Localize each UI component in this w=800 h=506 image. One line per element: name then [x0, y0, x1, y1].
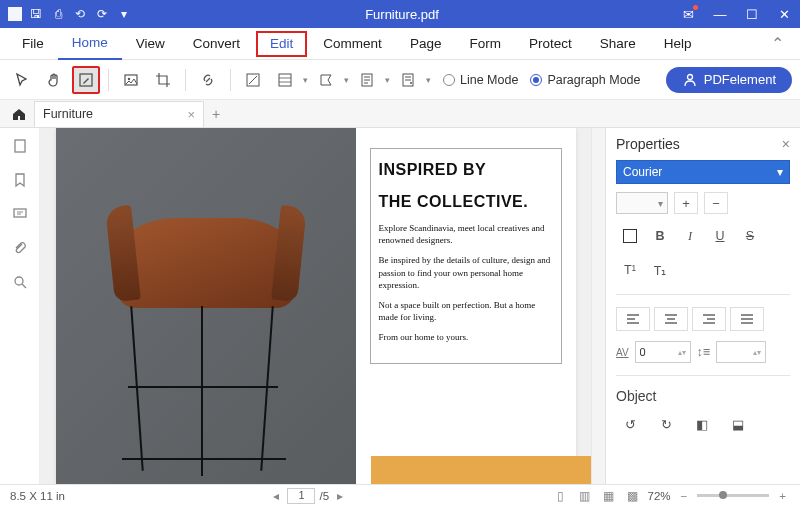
select-tool-icon[interactable] [8, 66, 36, 94]
header-footer-icon[interactable] [312, 66, 340, 94]
thumbnail-view-icon[interactable]: ▩ [624, 488, 642, 504]
superscript-button[interactable]: T¹ [616, 258, 644, 282]
next-page-icon[interactable]: ▸ [333, 489, 347, 503]
app-logo-icon [8, 7, 22, 21]
dropdown-icon[interactable]: ▾ [385, 75, 390, 85]
undo-icon[interactable]: ⟲ [72, 6, 88, 22]
qat-dropdown-icon[interactable]: ▾ [116, 6, 132, 22]
edit-toolbar: ▾ ▾ ▾ ▾ Line Mode Paragraph Mode PDFelem… [0, 60, 800, 100]
menu-home[interactable]: Home [58, 28, 122, 60]
font-color-button[interactable] [616, 224, 644, 248]
svg-point-8 [687, 74, 692, 79]
menu-form[interactable]: Form [455, 28, 515, 60]
home-tab-icon[interactable] [8, 103, 30, 125]
italic-button[interactable]: I [676, 224, 704, 248]
add-image-icon[interactable] [117, 66, 145, 94]
more-icon[interactable] [394, 66, 422, 94]
mail-icon[interactable]: ✉ [672, 0, 704, 28]
vertical-scrollbar[interactable] [591, 128, 605, 484]
status-bar: 8.5 X 11 in ◂ 1 /5 ▸ ▯ ▥ ▦ ▩ 72% − + [0, 484, 800, 506]
line-mode-radio[interactable]: Line Mode [443, 73, 518, 87]
dropdown-icon[interactable]: ▾ [426, 75, 431, 85]
letter-spacing-label: AV [616, 347, 629, 358]
paragraph: Be inspired by the details of culture, d… [379, 254, 553, 290]
watermark-icon[interactable] [239, 66, 267, 94]
menu-comment[interactable]: Comment [309, 28, 396, 60]
zoom-slider[interactable] [697, 494, 769, 497]
redo-icon[interactable]: ⟳ [94, 6, 110, 22]
paragraph: Not a space built on perfection. But a h… [379, 299, 553, 323]
prev-page-icon[interactable]: ◂ [269, 489, 283, 503]
paragraph-mode-radio[interactable]: Paragraph Mode [530, 73, 640, 87]
two-page-view-icon[interactable]: ▦ [600, 488, 618, 504]
minimize-button[interactable]: — [704, 0, 736, 28]
menu-protect[interactable]: Protect [515, 28, 586, 60]
menu-file[interactable]: File [8, 28, 58, 60]
align-left-button[interactable] [616, 307, 650, 331]
font-size-select[interactable]: ▾ [616, 192, 668, 214]
search-icon[interactable] [10, 272, 30, 292]
add-tab-icon[interactable]: + [212, 106, 220, 122]
menu-edit[interactable]: Edit [256, 31, 307, 57]
font-family-select[interactable]: Courier▾ [616, 160, 790, 184]
hand-tool-icon[interactable] [40, 66, 68, 94]
rotate-left-icon[interactable]: ↺ [616, 412, 644, 436]
strikethrough-button[interactable]: S [736, 224, 764, 248]
continuous-view-icon[interactable]: ▥ [576, 488, 594, 504]
bookmarks-icon[interactable] [10, 170, 30, 190]
single-page-view-icon[interactable]: ▯ [552, 488, 570, 504]
decrease-font-button[interactable]: − [704, 192, 728, 214]
title-bar: 🖫 ⎙ ⟲ ⟳ ▾ Furniture.pdf ✉ — ☐ ✕ [0, 0, 800, 28]
pdfelement-button[interactable]: PDFelement [666, 67, 792, 93]
document-tab[interactable]: Furniture × [34, 101, 204, 127]
save-icon[interactable]: 🖫 [28, 6, 44, 22]
properties-panel: Properties × Courier▾ ▾ + − B I U S T¹ T… [605, 128, 800, 484]
page-dimensions: 8.5 X 11 in [10, 490, 65, 502]
underline-button[interactable]: U [706, 224, 734, 248]
letter-spacing-input[interactable]: 0▴▾ [635, 341, 691, 363]
collapse-ribbon-icon[interactable]: ⌃ [763, 34, 792, 53]
dropdown-icon[interactable]: ▾ [344, 75, 349, 85]
svg-rect-4 [279, 74, 291, 86]
properties-close-icon[interactable]: × [782, 136, 790, 152]
attachments-icon[interactable] [10, 238, 30, 258]
menu-bar: File Home View Convert Edit Comment Page… [0, 28, 800, 60]
crop-icon[interactable] [149, 66, 177, 94]
flip-vertical-icon[interactable]: ⬓ [724, 412, 752, 436]
paragraph: Explore Scandinavia, meet local creative… [379, 222, 553, 246]
maximize-button[interactable]: ☐ [736, 0, 768, 28]
svg-rect-9 [15, 140, 25, 152]
print-icon[interactable]: ⎙ [50, 6, 66, 22]
zoom-in-icon[interactable]: + [775, 490, 790, 502]
rotate-right-icon[interactable]: ↻ [652, 412, 680, 436]
document-canvas[interactable]: INSPIRED BY THE COLLECTIVE. Explore Scan… [40, 128, 591, 484]
menu-share[interactable]: Share [586, 28, 650, 60]
page-number-input[interactable]: 1 [287, 488, 315, 504]
menu-help[interactable]: Help [650, 28, 706, 60]
zoom-out-icon[interactable]: − [677, 490, 692, 502]
text-frame[interactable]: INSPIRED BY THE COLLECTIVE. Explore Scan… [370, 148, 562, 364]
menu-page[interactable]: Page [396, 28, 456, 60]
zoom-value: 72% [648, 490, 671, 502]
svg-point-2 [128, 77, 130, 79]
edit-text-tool-icon[interactable] [72, 66, 100, 94]
dropdown-icon[interactable]: ▾ [303, 75, 308, 85]
align-center-button[interactable] [654, 307, 688, 331]
menu-convert[interactable]: Convert [179, 28, 254, 60]
line-spacing-input[interactable]: ▴▾ [716, 341, 766, 363]
close-button[interactable]: ✕ [768, 0, 800, 28]
align-right-button[interactable] [692, 307, 726, 331]
flip-horizontal-icon[interactable]: ◧ [688, 412, 716, 436]
comments-icon[interactable] [10, 204, 30, 224]
subscript-button[interactable]: T₁ [646, 258, 674, 282]
increase-font-button[interactable]: + [674, 192, 698, 214]
left-rail [0, 128, 40, 484]
align-justify-button[interactable] [730, 307, 764, 331]
link-icon[interactable] [194, 66, 222, 94]
bates-icon[interactable] [353, 66, 381, 94]
background-icon[interactable] [271, 66, 299, 94]
thumbnails-icon[interactable] [10, 136, 30, 156]
tab-close-icon[interactable]: × [187, 107, 195, 122]
menu-view[interactable]: View [122, 28, 179, 60]
bold-button[interactable]: B [646, 224, 674, 248]
